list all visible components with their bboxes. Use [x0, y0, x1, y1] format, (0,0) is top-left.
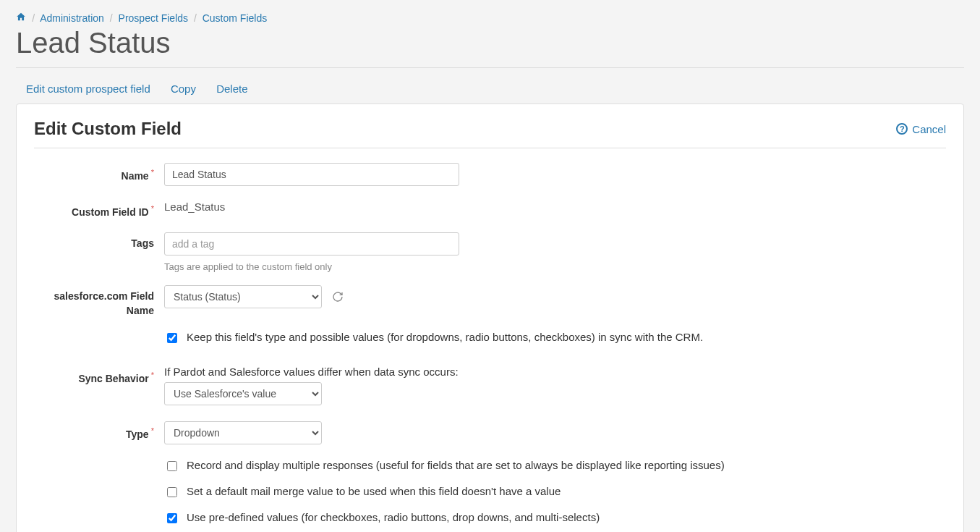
label-sync-behavior: Sync Behavior — [34, 366, 164, 405]
sf-field-select[interactable]: Status (Status) — [164, 285, 322, 308]
action-tabs: Edit custom prospect field Copy Delete — [16, 78, 964, 104]
default-merge-label: Set a default mail merge value to be use… — [187, 485, 561, 497]
tags-helper: Tags are applied to the custom field onl… — [164, 261, 946, 272]
edit-panel: Edit Custom Field ? Cancel Name Custom F… — [16, 104, 964, 532]
separator: / — [194, 12, 197, 24]
cancel-button[interactable]: ? Cancel — [896, 123, 946, 135]
sync-keep-label: Keep this field's type and possible valu… — [187, 331, 703, 343]
breadcrumb-prospect-fields[interactable]: Prospect Fields — [119, 12, 188, 24]
name-input[interactable] — [164, 163, 459, 186]
label-sf-field: salesforce.com Field Name — [34, 285, 164, 318]
refresh-icon[interactable] — [332, 291, 344, 305]
breadcrumb-custom-fields[interactable]: Custom Fields — [203, 12, 267, 24]
predefined-checkbox[interactable] — [167, 513, 177, 523]
sync-prompt: If Pardot and Salesforce values differ w… — [164, 366, 946, 378]
panel-heading: Edit Custom Field — [34, 119, 182, 139]
custom-field-id-value: Lead_Status — [164, 199, 946, 219]
label-type: Type — [34, 421, 164, 444]
record-multiple-row[interactable]: Record and display multiple responses (u… — [164, 459, 946, 473]
tab-edit[interactable]: Edit custom prospect field — [26, 83, 150, 95]
divider — [16, 67, 964, 68]
separator: / — [32, 12, 35, 24]
sync-behavior-select[interactable]: Use Salesforce's value — [164, 382, 322, 405]
breadcrumb-admin[interactable]: Administration — [40, 12, 104, 24]
label-name: Name — [34, 163, 164, 186]
type-select[interactable]: Dropdown — [164, 421, 322, 444]
default-merge-checkbox[interactable] — [167, 487, 177, 497]
divider — [34, 148, 946, 148]
page-title: Lead Status — [16, 25, 964, 60]
tags-input[interactable] — [164, 232, 459, 256]
sync-keep-row[interactable]: Keep this field's type and possible valu… — [164, 331, 946, 345]
predefined-label: Use pre-defined values (for checkboxes, … — [187, 511, 600, 523]
label-custom-field-id: Custom Field ID — [34, 199, 164, 219]
tab-delete[interactable]: Delete — [216, 83, 247, 95]
record-multiple-checkbox[interactable] — [167, 461, 177, 471]
tab-copy[interactable]: Copy — [171, 83, 196, 95]
cancel-label: Cancel — [912, 123, 946, 135]
predefined-row[interactable]: Use pre-defined values (for checkboxes, … — [164, 511, 946, 525]
separator: / — [110, 12, 113, 24]
breadcrumb: / Administration / Prospect Fields / Cus… — [16, 12, 964, 24]
sync-keep-checkbox[interactable] — [167, 333, 177, 343]
help-icon: ? — [896, 123, 908, 135]
home-icon[interactable] — [16, 12, 29, 24]
label-tags: Tags — [34, 232, 164, 272]
default-merge-row[interactable]: Set a default mail merge value to be use… — [164, 485, 946, 499]
record-multiple-label: Record and display multiple responses (u… — [187, 459, 725, 471]
